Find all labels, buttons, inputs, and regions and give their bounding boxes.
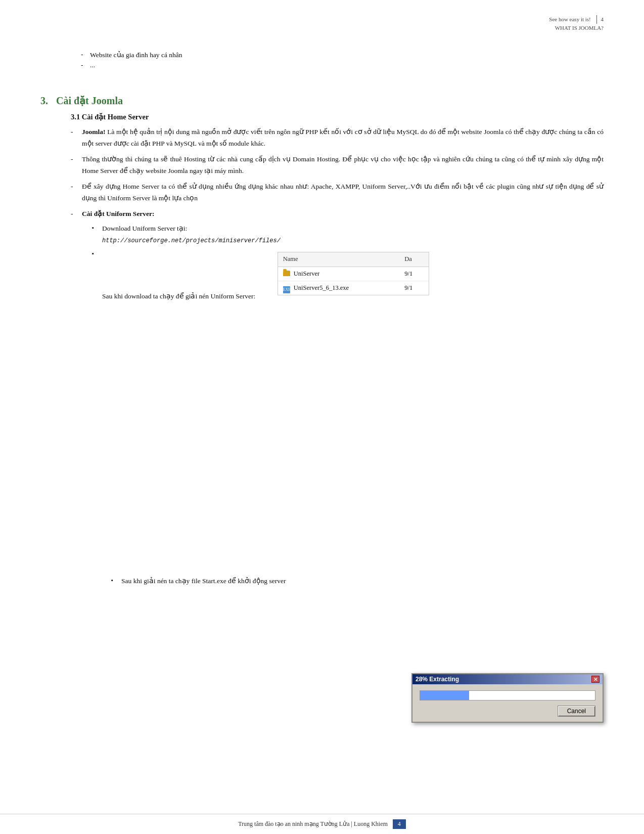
bullet-text: Là một hệ quản trị nội dung mã nguồn mở …	[82, 128, 604, 147]
square-bullet-list: Download Uniform Server tại: http://sour…	[92, 223, 604, 303]
content-bullet-list: Joomla! Là một hệ quản trị nội dung mã n…	[71, 126, 604, 302]
page: See how easy it is! 4 WHAT IS JOOMLA? We…	[0, 0, 644, 834]
footer: Trung tâm đào tạo an ninh mạng Tường Lửa…	[0, 814, 644, 834]
list-item: Để xây dựng Home Server ta có thể sử dụn…	[71, 181, 604, 204]
header-title: WHAT IS JOOMLA?	[555, 25, 604, 31]
folder-icon	[283, 271, 290, 276]
file-explorer-table: Name Da UniServer 9/1	[278, 252, 429, 295]
header-tagline: See how easy it is!	[549, 16, 590, 22]
list-item: Sau khi giải nén ta chạy file Start.exe …	[111, 576, 604, 587]
file-name: UniServer5_6_13.exe	[294, 284, 349, 291]
progress-bar-fill	[420, 691, 469, 700]
table-cell-date: 9/1	[399, 281, 429, 295]
table-row: UniServer 9/1	[278, 267, 429, 281]
header-info: See how easy it is! 4 WHAT IS JOOMLA?	[549, 15, 604, 32]
table-cell-name: EXE UniServer5_6_13.exe	[278, 281, 399, 295]
url-text: http://sourceforge.net/projects/miniserv…	[102, 237, 281, 244]
list-item: Joomla! Là một hệ quản trị nội dung mã n…	[71, 126, 604, 150]
dialog-close-button[interactable]: ✕	[591, 676, 600, 683]
dialog-buttons: Cancel	[420, 706, 595, 717]
last-square-list: Sau khi giải nén ta chạy file Start.exe …	[111, 576, 604, 587]
list-item: Sau khi download ta chạy để giải nén Uni…	[92, 249, 604, 302]
subbullet-text: Download Uniform Server tại:	[102, 225, 187, 232]
bold-prefix: Joomla!	[82, 128, 106, 136]
section-3-heading: 3.Cài đặt Joomla	[40, 95, 604, 107]
cancel-button[interactable]: Cancel	[558, 706, 595, 717]
dialog-titlebar: 28% Extracting ✕	[412, 674, 603, 684]
list-item: Cài đặt Uniform Server: Download Uniform…	[71, 208, 604, 303]
list-item: ...	[81, 61, 604, 69]
dialog-box: 28% Extracting ✕ Cancel	[411, 673, 604, 723]
bullet-text: Thông thường thì chúng ta sẽ thuê Hostin…	[82, 155, 604, 174]
top-bullet-list: Website của gia đình hay cá nhân ...	[81, 51, 604, 69]
dialog-body: Cancel	[412, 684, 603, 722]
table-header-name: Name	[278, 252, 399, 267]
table-header-date: Da	[399, 252, 429, 267]
bullet-text: Để xây dựng Home Server ta có thể sử dụn…	[82, 183, 604, 202]
list-item: Thông thường thì chúng ta sẽ thuê Hostin…	[71, 154, 604, 177]
list-item: Website của gia đình hay cá nhân	[81, 51, 604, 59]
subbullet-text: Sau khi download ta chạy để giải nén Uni…	[102, 292, 255, 300]
exe-icon: EXE	[283, 286, 290, 293]
table-cell-date: 9/1	[399, 267, 429, 281]
section-number: 3.	[40, 95, 48, 106]
subsection-number: 3.1	[71, 113, 80, 121]
progress-bar-container	[420, 690, 595, 700]
bold-prefix: Cài đặt Uniform Server:	[82, 210, 155, 217]
last-bullet-list: Sau khi giải nén ta chạy file Start.exe …	[71, 576, 604, 587]
list-item: Download Uniform Server tại: http://sour…	[92, 223, 604, 246]
extracting-dialog: 28% Extracting ✕ Cancel	[411, 673, 604, 723]
section-title: Cài đặt Joomla	[56, 95, 123, 106]
last-bullet-text: Sau khi giải nén ta chạy file Start.exe …	[121, 577, 286, 585]
table-cell-name: UniServer	[278, 267, 399, 281]
dialog-title: 28% Extracting	[416, 676, 459, 683]
footer-text: Trung tâm đào tạo an ninh mạng Tường Lửa…	[238, 820, 388, 828]
file-name: UniServer	[294, 270, 319, 277]
subsection-title: Cài đặt Home Server	[82, 113, 149, 121]
footer-page-number: 4	[393, 819, 406, 829]
table-row: EXE UniServer5_6_13.exe 9/1	[278, 281, 429, 295]
header-page-number: 4	[596, 15, 604, 24]
file-table: Name Da UniServer 9/1	[278, 252, 429, 295]
subsection-3-1-heading: 3.1 Cài đặt Home Server	[71, 113, 604, 121]
